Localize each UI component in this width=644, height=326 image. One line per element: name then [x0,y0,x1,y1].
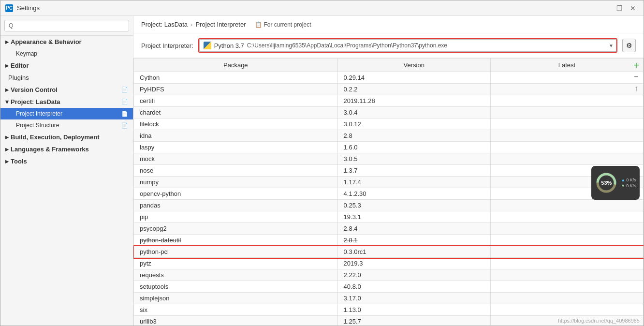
package-version: 1.25.7 [337,316,490,326]
package-name: setuptools [134,281,338,293]
packages-table: Package Version Latest Cython0.29.14PyHD… [133,58,644,326]
python-version: Python 3.7 [214,42,244,49]
sidebar-item-label: Plugins [8,74,29,81]
table-row[interactable]: setuptools40.8.0 [134,281,644,293]
sidebar-item-languages[interactable]: ▸ Languages & Frameworks [0,143,133,155]
sidebar-item-project-lasdata[interactable]: ▾ Project: LasData 📄 [0,96,133,108]
up-button[interactable]: ↑ [631,83,642,94]
table-row[interactable]: idna2.8 [134,130,644,142]
sidebar-item-editor[interactable]: ▸ Editor [0,59,133,72]
table-row[interactable]: pandas0.25.3 [134,200,644,211]
interpreter-label: Project Interpreter: [141,42,193,49]
search-box [0,16,133,36]
table-row[interactable]: Cython0.29.14 [134,72,644,84]
sidebar-item-project-interpreter[interactable]: Project Interpreter 📄 [0,108,133,119]
sidebar-item-appearance[interactable]: ▸ Appearance & Behavior [0,36,133,48]
sidebar-item-tools[interactable]: ▸ Tools [0,155,133,167]
package-latest [490,119,643,130]
sidebar: ▸ Appearance & Behavior Keymap ▸ Editor … [0,16,133,326]
package-latest [490,95,643,107]
page-icon: 📄 [121,111,128,117]
package-version: 2019.3 [337,258,490,269]
package-version: 4.1.2.30 [337,188,490,200]
table-row[interactable]: python-pcl0.3.0rc1 [134,246,644,258]
package-name: filelock [134,119,338,130]
remove-package-button[interactable]: − [631,72,642,82]
settings-window: PC Settings ❐ ✕ ▸ Appearance & Behavior … [0,0,644,326]
package-latest [490,293,643,304]
sidebar-item-label: Tools [11,158,27,165]
package-latest [490,142,643,153]
window-title: Settings [17,4,40,12]
package-name: numpy [134,177,338,188]
sidebar-item-keymap[interactable]: Keymap [0,48,133,59]
table-row[interactable]: filelock3.0.12 [134,119,644,130]
table-row[interactable]: chardet3.0.4 [134,107,644,119]
upload-arrow-icon: ▲ [621,178,625,182]
table-row[interactable]: python-dateutil2.8.1 [134,235,644,246]
package-latest [490,153,643,165]
gear-button[interactable]: ⚙ [622,39,636,52]
download-stat: ▼ 0 K/s [621,183,636,188]
table-row[interactable]: psycopg22.8.4 [134,223,644,235]
package-latest [490,211,643,223]
table-row[interactable]: numpy1.17.4 [134,177,644,188]
chevron-right-icon: ▸ [5,86,9,93]
package-name: laspy [134,142,338,153]
restore-button[interactable]: ❐ [614,2,625,14]
performance-widget: 53% ▲ 0 K/s ▼ 0 K/s [591,166,640,200]
table-row[interactable]: opencv-python4.1.2.30 [134,188,644,200]
package-version: 1.6.0 [337,142,490,153]
package-name: six [134,304,338,316]
titlebar-controls: ❐ ✕ [614,2,639,14]
table-row[interactable]: certifi2019.11.28 [134,95,644,107]
package-version: 2.8 [337,130,490,142]
table-row[interactable]: six1.13.0 [134,304,644,316]
sidebar-item-label: Project: LasData [11,98,60,105]
chevron-down-icon: ▾ [5,98,9,105]
breadcrumb: Project: LasData › Project Interpreter 📋… [133,16,644,33]
package-name: pytz [134,258,338,269]
search-input[interactable] [4,20,129,31]
sidebar-item-plugins[interactable]: Plugins [0,72,133,84]
package-version: 2.8.1 [337,235,490,246]
table-row[interactable]: mock3.0.5 [134,153,644,165]
package-latest [490,281,643,293]
table-row[interactable]: laspy1.6.0 [134,142,644,153]
col-header-version: Version [337,59,490,72]
package-name: pip [134,211,338,223]
table-scroll[interactable]: Package Version Latest Cython0.29.14PyHD… [133,58,644,326]
chevron-right-icon: ▸ [5,62,9,69]
package-version: 1.17.4 [337,177,490,188]
table-row[interactable]: nose1.3.7 [134,165,644,177]
package-version: 0.29.14 [337,72,490,84]
package-version: 19.3.1 [337,211,490,223]
table-row[interactable]: requests2.22.0 [134,269,644,281]
cpu-percent-text: 53% [601,180,612,186]
package-name: nose [134,165,338,177]
table-row[interactable]: simplejson3.17.0 [134,293,644,304]
sidebar-item-project-structure[interactable]: Project Structure 📄 [0,119,133,131]
content-area: ▸ Appearance & Behavior Keymap ▸ Editor … [0,16,644,326]
sidebar-item-build-execution[interactable]: ▸ Build, Execution, Deployment [0,131,133,143]
package-latest [490,107,643,119]
package-latest [490,304,643,316]
package-latest [490,84,643,95]
upload-value: 0 K/s [626,178,636,182]
table-row[interactable]: pytz2019.3 [134,258,644,269]
close-button[interactable]: ✕ [627,2,639,14]
side-actions: + − ↑ [629,58,644,96]
sidebar-item-label: Editor [11,62,29,69]
sidebar-item-version-control[interactable]: ▸ Version Control 📄 [0,84,133,96]
package-name: psycopg2 [134,223,338,235]
watermark: https://blog.csdn.net/qq_40986985 [558,318,640,324]
package-version: 3.0.5 [337,153,490,165]
package-latest [490,246,643,258]
interpreter-display[interactable]: Python 3.7 C:\Users\lijiaming6535\AppDat… [199,39,616,52]
add-package-button[interactable]: + [631,60,642,71]
package-name: opencv-python [134,188,338,200]
table-row[interactable]: pip19.3.1 [134,211,644,223]
table-row[interactable]: PyHDFS0.2.2 [134,84,644,95]
download-value: 0 K/s [626,183,636,188]
chevron-right-icon: ▸ [5,158,9,165]
